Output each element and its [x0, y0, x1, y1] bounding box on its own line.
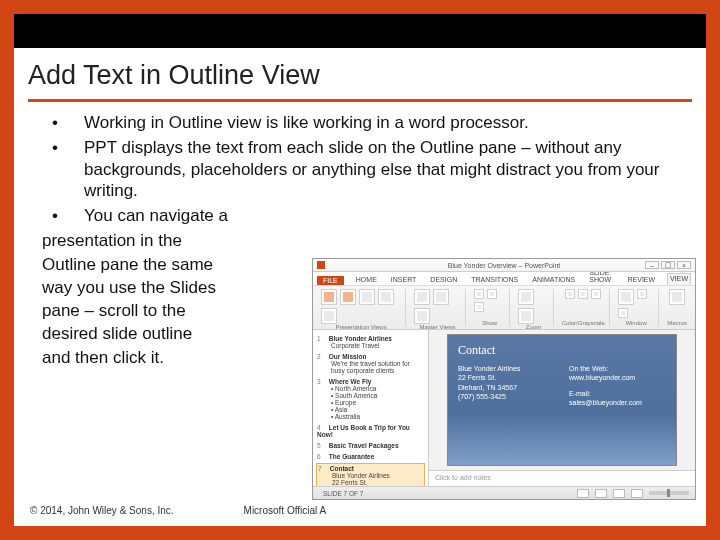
slide-title: Contact: [458, 343, 666, 358]
grayscale-icon[interactable]: [578, 289, 588, 299]
normal-view-icon[interactable]: [321, 289, 337, 305]
outline-item[interactable]: 6 The Guarantee: [317, 453, 424, 460]
outline-sub: 22 Ferris St.: [332, 479, 423, 486]
ppt-ribbon: Presentation Views Master Views Show: [313, 286, 695, 330]
handout-master-icon[interactable]: [433, 289, 449, 305]
arrange-all-icon[interactable]: [637, 289, 647, 299]
outline-title: The Guarantee: [329, 453, 375, 460]
ruler-icon[interactable]: [474, 289, 484, 299]
tab-view[interactable]: VIEW: [667, 273, 691, 285]
bullet-3-line: and then click it.: [42, 347, 302, 368]
outline-sub: Blue Yonder Airlines: [332, 472, 423, 479]
tab-animations[interactable]: ANIMATIONS: [530, 275, 577, 285]
bullet-3-line: Outline pane the same: [42, 254, 302, 275]
blackwhite-icon[interactable]: [591, 289, 601, 299]
slide-line: 22 Ferris St.: [458, 373, 555, 382]
bullet-3-line: pane – scroll to the: [42, 300, 302, 321]
slideshow-btn-icon[interactable]: [631, 489, 643, 498]
reading-view-btn-icon[interactable]: [613, 489, 625, 498]
ppt-status-bar: SLIDE 7 OF 7: [313, 486, 695, 499]
outline-title: Blue Yonder Airlines: [329, 335, 392, 342]
bullet-3-line: desired slide outline: [42, 323, 302, 344]
bullet-mark: •: [42, 205, 84, 226]
footer-series: Microsoft Official A: [244, 505, 327, 516]
slide-master-icon[interactable]: [414, 289, 430, 305]
gridlines-icon[interactable]: [487, 289, 497, 299]
macros-icon[interactable]: [669, 289, 685, 305]
outline-num: 5: [317, 442, 327, 449]
notes-page-icon[interactable]: [378, 289, 394, 305]
bullet-3-line: presentation in the: [42, 230, 302, 251]
slide-line: Blue Yonder Airlines: [458, 364, 555, 373]
outline-item[interactable]: 2 Our Mission We're the travel solution …: [317, 353, 424, 374]
cascade-icon[interactable]: [618, 308, 628, 318]
tab-insert[interactable]: INSERT: [389, 275, 419, 285]
zoom-slider[interactable]: [649, 491, 689, 495]
ribbon-group-macros: Macros: [663, 289, 691, 326]
outline-sub: • Australia: [331, 413, 424, 420]
outline-item[interactable]: 4 Let Us Book a Trip for You Now!: [317, 424, 424, 438]
tab-design[interactable]: DESIGN: [428, 275, 459, 285]
status-slide: SLIDE 7 OF 7: [323, 490, 363, 497]
slide-line: On the Web:: [569, 364, 666, 373]
tab-review[interactable]: REVIEW: [625, 275, 657, 285]
slide-footer: © 2014, John Wiley & Sons, Inc. Microsof…: [30, 505, 326, 516]
outline-num: 1: [317, 335, 327, 342]
outline-sub: • North America: [331, 385, 424, 392]
zoom-icon[interactable]: [518, 289, 534, 305]
maximize-icon[interactable]: ▢: [661, 261, 675, 269]
new-window-icon[interactable]: [618, 289, 634, 305]
ppt-slide-area: Contact Blue Yonder Airlines 22 Ferris S…: [429, 330, 695, 470]
ppt-notes-pane[interactable]: Click to add notes: [429, 470, 695, 486]
ppt-ribbon-tabs: FILE HOME INSERT DESIGN TRANSITIONS ANIM…: [313, 272, 695, 286]
ppt-slide-preview[interactable]: Contact Blue Yonder Airlines 22 Ferris S…: [447, 334, 677, 466]
slide-line: www.blueyonder.com: [569, 373, 666, 382]
outline-title: Where We Fly: [329, 378, 372, 385]
sorter-view-btn-icon[interactable]: [595, 489, 607, 498]
guides-icon[interactable]: [474, 302, 484, 312]
outline-title: Contact: [330, 465, 354, 472]
slide-sorter-icon[interactable]: [359, 289, 375, 305]
bullet-2: • PPT displays the text from each slide …: [42, 137, 678, 201]
slide-line: (707) 555-3425: [458, 392, 555, 401]
ribbon-group-label: Show: [482, 320, 497, 326]
outline-item-selected[interactable]: 7 Contact Blue Yonder Airlines 22 Ferris…: [317, 464, 424, 486]
outline-num: 2: [317, 353, 327, 360]
bullet-3: • You can navigate a: [42, 205, 678, 226]
outline-view-icon[interactable]: [340, 289, 356, 305]
outline-sub: • South America: [331, 392, 424, 399]
fit-window-icon[interactable]: [518, 308, 534, 324]
notes-master-icon[interactable]: [414, 308, 430, 324]
bullet-2-text: PPT displays the text from each slide on…: [84, 137, 678, 201]
tab-home[interactable]: HOME: [354, 275, 379, 285]
ppt-window-title: Blue Yonder Overview – PowerPoint: [313, 262, 695, 269]
tab-file[interactable]: FILE: [317, 276, 344, 285]
slide-line: E-mail:: [569, 389, 666, 398]
outline-item[interactable]: 1 Blue Yonder Airlines Corporate Travel: [317, 335, 424, 349]
footer-copyright: © 2014, John Wiley & Sons, Inc.: [30, 505, 174, 516]
outline-item[interactable]: 5 Basic Travel Packages: [317, 442, 424, 449]
outline-num: 7: [318, 465, 328, 472]
bullet-3-first: You can navigate a: [84, 205, 678, 226]
ppt-outline-pane[interactable]: 1 Blue Yonder Airlines Corporate Travel …: [313, 330, 429, 486]
close-icon[interactable]: ×: [677, 261, 691, 269]
minimize-icon[interactable]: –: [645, 261, 659, 269]
outline-item[interactable]: 3 Where We Fly • North America • South A…: [317, 378, 424, 420]
ribbon-group-master-views: Master Views: [410, 289, 466, 326]
outline-title: Our Mission: [329, 353, 367, 360]
outline-title: Let Us Book a Trip for You Now!: [317, 424, 410, 438]
normal-view-btn-icon[interactable]: [577, 489, 589, 498]
outline-num: 6: [317, 453, 327, 460]
slide-frame: Add Text in Outline View • Working in Ou…: [0, 0, 720, 540]
ribbon-group-presentation-views: Presentation Views: [317, 289, 406, 326]
bullet-3-wrapped: presentation in the Outline pane the sam…: [42, 230, 302, 368]
ribbon-group-zoom: Zoom: [514, 289, 553, 326]
outline-sub: We're the travel solution for busy corpo…: [331, 360, 424, 374]
outline-sub: Corporate Travel: [331, 342, 424, 349]
color-icon[interactable]: [565, 289, 575, 299]
outline-num: 4: [317, 424, 327, 431]
bullet-1: • Working in Outline view is like workin…: [42, 112, 678, 133]
tab-transitions[interactable]: TRANSITIONS: [469, 275, 520, 285]
ribbon-group-label: Color/Grayscale: [562, 320, 605, 326]
reading-view-icon[interactable]: [321, 308, 337, 324]
